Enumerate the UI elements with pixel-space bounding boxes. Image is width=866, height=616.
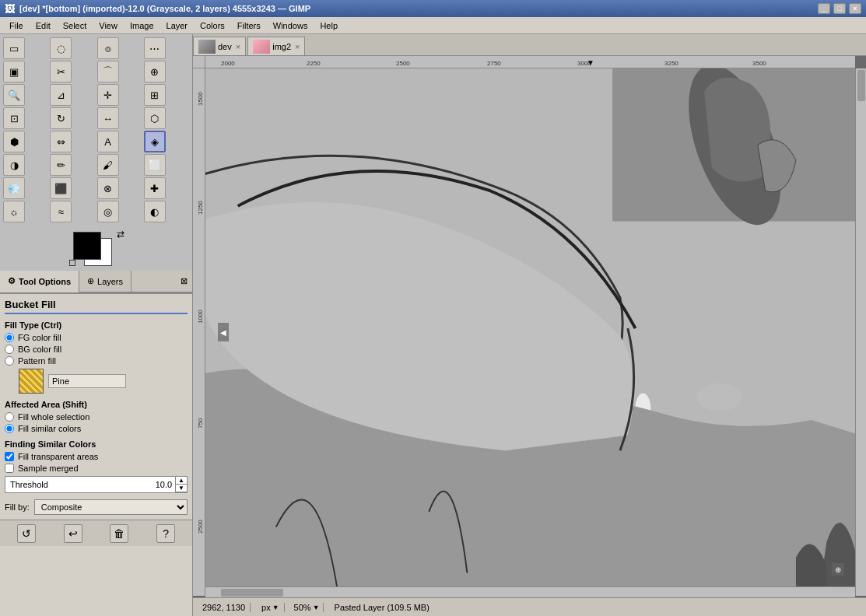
canvas-svg (205, 68, 855, 596)
color-picker-tool[interactable]: ⊕ (144, 61, 166, 82)
tool-grid: ▭ ◌ ⌾ ⋯ ▣ ✂ ⌒ ⊕ 🔍 ⊿ ✛ ⊞ ⊡ ↻ ↔ ⬡ ⬢ ⇔ A ◈ … (0, 34, 192, 226)
restore-button[interactable]: ↩ (64, 524, 82, 543)
paths-tool[interactable]: ⌒ (97, 61, 119, 82)
scale-tool[interactable]: ↔ (97, 107, 119, 129)
fill-whole-selection-label: Fill whole selection (18, 412, 89, 422)
tab-tool-options-label: Tool Options (19, 277, 71, 286)
threshold-up-arrow[interactable]: ▲ (176, 477, 187, 485)
tab-tool-options[interactable]: ⚙ Tool Options (0, 271, 79, 292)
ruler-v-1250: 1250 (197, 201, 204, 215)
color-swap-icon[interactable]: ⇄ (117, 229, 124, 240)
by-color-select-tool[interactable]: ▣ (3, 61, 25, 82)
ellipse-select-tool[interactable]: ◌ (50, 37, 72, 59)
crop-tool[interactable]: ⊡ (3, 107, 25, 129)
reset-button[interactable]: ↺ (17, 524, 36, 543)
fill-similar-colors-radio[interactable] (5, 424, 14, 433)
fill-whole-selection-radio[interactable] (5, 412, 14, 422)
maximize-button[interactable]: □ (833, 3, 846, 14)
fill-by-select[interactable]: Composite Red Green Blue Alpha (34, 499, 188, 515)
bg-color-fill-option[interactable]: BG color fill (5, 345, 188, 354)
align-tool[interactable]: ⊞ (144, 84, 166, 106)
sample-merged-label: Sample merged (18, 464, 79, 473)
menu-view[interactable]: View (93, 19, 124, 32)
rect-select-tool[interactable]: ▭ (3, 37, 25, 59)
bg-color-fill-radio[interactable] (5, 345, 14, 354)
scissors-tool[interactable]: ✂ (50, 61, 72, 82)
free-select-tool[interactable]: ⌾ (97, 37, 119, 59)
foreground-color-box[interactable] (73, 232, 101, 260)
fill-transparent-checkbox[interactable] (5, 452, 14, 461)
pattern-swatch[interactable] (19, 369, 44, 394)
fill-type-label: Fill Type (Ctrl) (5, 320, 188, 330)
pencil-tool[interactable]: ✏ (50, 154, 72, 176)
move-tool[interactable]: ✛ (97, 84, 119, 106)
menu-file[interactable]: File (3, 19, 30, 32)
measure-tool[interactable]: ⊿ (50, 84, 72, 106)
help-button[interactable]: ? (156, 524, 175, 543)
paintbrush-tool[interactable]: 🖌 (97, 154, 119, 176)
sample-merged-checkbox[interactable] (5, 464, 14, 473)
blend-tool[interactable]: ◑ (3, 154, 25, 176)
blur-sharpen-tool[interactable]: ◎ (97, 201, 119, 222)
menu-image[interactable]: Image (124, 19, 160, 32)
panel-close-button[interactable]: ⊠ (176, 275, 192, 288)
fuzzy-select-tool[interactable]: ⋯ (144, 37, 166, 59)
fill-whole-selection-option[interactable]: Fill whole selection (5, 412, 188, 422)
vertical-scrollbar[interactable] (855, 68, 866, 596)
dodge-burn-tool[interactable]: ☼ (3, 201, 25, 222)
horizontal-scrollbar[interactable] (205, 586, 855, 597)
horizontal-scrollbar-thumb[interactable] (221, 589, 283, 597)
menu-layer[interactable]: Layer (160, 19, 195, 32)
perspective-tool[interactable]: ⬢ (3, 131, 25, 152)
fill-transparent-row[interactable]: Fill transparent areas (5, 452, 188, 461)
bottom-status-bar: 2962, 1130 px ▼ 50% ▼ Pasted Layer (109.… (193, 597, 866, 616)
minimize-button[interactable]: _ (818, 3, 830, 14)
menu-help[interactable]: Help (314, 19, 344, 32)
drawing-canvas[interactable]: ◀ ⊕ (205, 68, 855, 596)
pattern-fill-option[interactable]: Pattern fill (5, 356, 188, 366)
threshold-down-arrow[interactable]: ▼ (176, 485, 187, 492)
flip-tool[interactable]: ⇔ (50, 131, 72, 152)
text-tool[interactable]: A (97, 131, 119, 152)
fg-color-fill-option[interactable]: FG color fill (5, 333, 188, 342)
vertical-scrollbar-thumb[interactable] (857, 70, 865, 101)
rotate-tool[interactable]: ↻ (50, 107, 72, 129)
zoom-tool[interactable]: 🔍 (3, 84, 25, 106)
unit-dropdown-arrow[interactable]: ▼ (272, 604, 279, 611)
sample-merged-row[interactable]: Sample merged (5, 464, 188, 473)
dodge-tool[interactable]: ◐ (144, 201, 166, 222)
shear-tool[interactable]: ⬡ (144, 107, 166, 129)
menu-select[interactable]: Select (57, 19, 93, 32)
zoom-dropdown-arrow[interactable]: ▼ (313, 604, 320, 611)
menu-windows[interactable]: Windows (267, 19, 314, 32)
menu-colors[interactable]: Colors (194, 19, 231, 32)
image-tab-img2[interactable]: img2 × (247, 37, 305, 55)
fg-color-fill-radio[interactable] (5, 333, 14, 342)
menu-filters[interactable]: Filters (231, 19, 267, 32)
tab-layers[interactable]: ⊕ Layers (79, 271, 131, 292)
image-tab-dev-close[interactable]: × (236, 42, 240, 51)
color-area: ⇄ ◻ (0, 226, 192, 271)
ruler-h-2000: 2000 (221, 60, 235, 67)
pattern-fill-radio[interactable] (5, 356, 14, 366)
clone-tool[interactable]: ⊗ (97, 177, 119, 199)
image-tab-img2-close[interactable]: × (295, 42, 300, 51)
threshold-arrows[interactable]: ▲ ▼ (175, 477, 187, 492)
canvas-tabs: dev × img2 × (193, 34, 866, 56)
pattern-name-input[interactable] (48, 374, 126, 388)
bucket-fill-tool[interactable]: ◈ (144, 131, 166, 152)
ink-tool[interactable]: ⬛ (50, 177, 72, 199)
menu-edit[interactable]: Edit (30, 19, 57, 32)
canvas-zoom-btn[interactable]: ⊕ (832, 563, 844, 576)
image-tab-dev[interactable]: dev × (193, 37, 246, 55)
close-button[interactable]: × (849, 3, 861, 14)
eraser-tool[interactable]: ⬜ (144, 154, 166, 176)
airbrush-tool[interactable]: 💨 (3, 177, 25, 199)
fill-similar-colors-option[interactable]: Fill similar colors (5, 424, 188, 433)
smudge-tool[interactable]: ≈ (50, 201, 72, 222)
delete-button[interactable]: 🗑 (110, 524, 128, 543)
tool-options-content: Bucket Fill Fill Type (Ctrl) FG color fi… (0, 294, 192, 520)
ruler-h-3500: 3500 (752, 60, 766, 67)
heal-tool[interactable]: ✚ (144, 177, 166, 199)
canvas-left-nav[interactable]: ◀ (218, 323, 229, 341)
